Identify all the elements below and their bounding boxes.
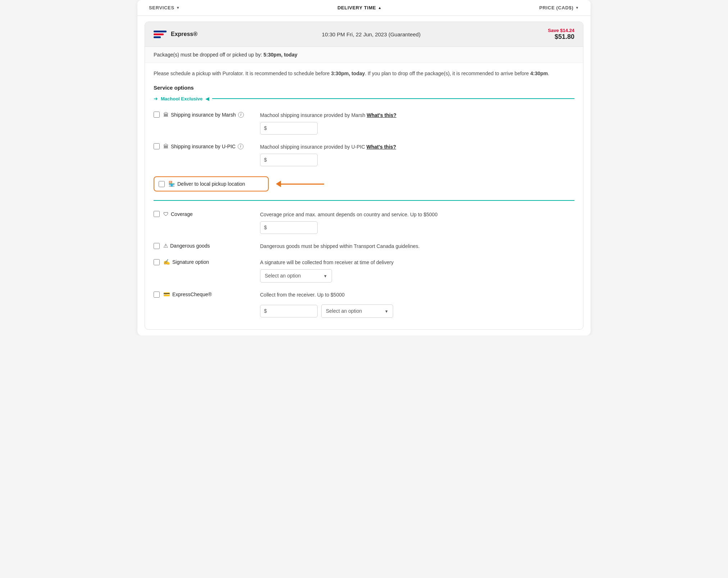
machool-arrow-left: ◀ <box>205 96 209 101</box>
delivery-time-label: DELIVERY TIME <box>337 5 376 10</box>
checkbox-deliver-local[interactable] <box>159 181 165 187</box>
price-sort[interactable]: PRICE (CAD$) ▼ <box>539 5 579 10</box>
expresscheque-label-text: ExpressCheque® <box>172 292 212 297</box>
option-row-signature: ✍ Signature option A signature will be c… <box>154 254 574 287</box>
coverage-label-text: Coverage <box>171 211 193 217</box>
service-options-section: Service options ➜ Machool Exclusive ◀ 🏛 … <box>145 81 583 329</box>
deliver-local-highlighted-row: 🏪 Deliver to local pickup location <box>154 176 269 191</box>
option-row-upic-left: 🏛 Shipping insurance by U-PIC i <box>154 143 254 149</box>
machool-exclusive-label: Machool Exclusive <box>161 96 203 101</box>
expresscheque-select-dropdown[interactable]: Select an option ▼ <box>321 304 393 318</box>
label-coverage[interactable]: 🛡 Coverage <box>163 211 193 217</box>
checkbox-signature[interactable] <box>154 259 160 265</box>
option-row-dangerous: ⚠ Dangerous goods Dangerous goods must b… <box>154 238 574 254</box>
coverage-dollar-input-wrapper: $ <box>260 221 318 234</box>
checkbox-shipping-upic[interactable] <box>154 143 160 149</box>
machool-arrow-right: ➜ <box>154 96 158 101</box>
sort-header: SERVICES ▼ DELIVERY TIME ▲ PRICE (CAD$) … <box>137 0 591 16</box>
option-row-coverage-left: 🛡 Coverage <box>154 211 254 217</box>
logo-area: Express® <box>154 31 226 38</box>
arrow-line <box>281 184 324 185</box>
machool-line <box>212 98 574 99</box>
service-options-title: Service options <box>154 85 574 91</box>
arrow-indicator <box>276 181 324 187</box>
marsh-icon: 🏛 <box>163 112 169 118</box>
logo-stripe-red <box>154 33 164 35</box>
option-row-dangerous-left: ⚠ Dangerous goods <box>154 243 254 249</box>
label-shipping-upic[interactable]: 🏛 Shipping insurance by U-PIC i <box>163 143 244 149</box>
price-label: PRICE (CAD$) <box>539 5 573 10</box>
upic-description: Machool shipping insurance provided by U… <box>260 144 365 150</box>
service-card-header: Express® 10:30 PM Fri, 22 Jun, 2023 (Gua… <box>145 22 583 47</box>
delivery-time: 10:30 PM Fri, 22 Jun, 2023 (Guaranteed) <box>322 31 420 37</box>
coverage-icon: 🛡 <box>163 211 169 217</box>
checkbox-expresscheque[interactable] <box>154 292 160 298</box>
upic-dollar-input-wrapper: $ <box>260 154 318 166</box>
services-sort-arrow: ▼ <box>176 6 180 10</box>
pickup-notice: Package(s) must be dropped off or picked… <box>145 47 583 63</box>
label-expresscheque[interactable]: 💳 ExpressCheque® <box>163 291 212 298</box>
label-deliver-local[interactable]: 🏪 Deliver to local pickup location <box>168 181 245 187</box>
save-text: Save $14.24 <box>517 28 574 33</box>
signature-label-text: Signature option <box>172 259 209 265</box>
upic-whats-this[interactable]: What's this? <box>367 144 396 150</box>
price-sort-arrow: ▼ <box>575 6 579 10</box>
signature-icon: ✍ <box>163 259 170 265</box>
marsh-whats-this[interactable]: What's this? <box>367 112 397 118</box>
option-row-expresscheque-right: Collect from the receiver. Up to $5000 $… <box>260 291 574 318</box>
option-row-upic-right: Machool shipping insurance provided by U… <box>260 143 574 166</box>
upic-icon: 🏛 <box>163 143 169 149</box>
option-row-coverage: 🛡 Coverage Coverage price and max. amoun… <box>154 207 574 238</box>
checkbox-coverage[interactable] <box>154 211 160 217</box>
label-signature[interactable]: ✍ Signature option <box>163 259 209 265</box>
purolator-logo <box>154 31 167 38</box>
marsh-info-icon[interactable]: i <box>238 112 244 118</box>
upic-label-text: Shipping insurance by U-PIC <box>171 144 236 149</box>
info-time-1: 3:30pm, today <box>331 71 365 76</box>
logo-stripe-blue-bottom <box>154 36 161 38</box>
option-row-expresscheque: 💳 ExpressCheque® Collect from the receiv… <box>154 287 574 322</box>
label-dangerous[interactable]: ⚠ Dangerous goods <box>163 243 210 249</box>
upic-dollar-sign: $ <box>264 156 267 164</box>
marsh-dollar-input-wrapper: $ <box>260 122 318 135</box>
price-area: Save $14.24 $51.80 <box>517 28 574 41</box>
signature-select-chevron: ▼ <box>323 273 327 279</box>
checkbox-shipping-marsh[interactable] <box>154 112 160 118</box>
upic-info-icon[interactable]: i <box>238 144 244 149</box>
logo-stripe-blue-top <box>154 31 167 32</box>
info-text-3: . <box>548 71 549 76</box>
machool-exclusive-band: ➜ Machool Exclusive ◀ <box>154 96 574 101</box>
option-row-marsh-left: 🏛 Shipping insurance by Marsh i <box>154 112 254 118</box>
expresscheque-inputs-row: $ Select an option ▼ <box>260 302 574 318</box>
expresscheque-dollar-input[interactable] <box>268 308 314 314</box>
option-row-dangerous-right: Dangerous goods must be shipped within T… <box>260 243 574 250</box>
marsh-dollar-input[interactable] <box>268 126 314 131</box>
label-shipping-marsh[interactable]: 🏛 Shipping insurance by Marsh i <box>163 112 244 118</box>
checkbox-dangerous[interactable] <box>154 243 160 249</box>
signature-description: A signature will be collected from recei… <box>260 259 393 265</box>
coverage-dollar-sign: $ <box>264 224 267 231</box>
services-sort[interactable]: SERVICES ▼ <box>149 5 180 10</box>
services-label: SERVICES <box>149 5 174 10</box>
signature-select-placeholder: Select an option <box>265 272 301 280</box>
dangerous-label-text: Dangerous goods <box>170 243 210 249</box>
arrow-head <box>276 181 281 187</box>
upic-dollar-input[interactable] <box>268 157 314 163</box>
price-main: $51.80 <box>517 33 574 41</box>
option-row-coverage-right: Coverage price and max. amount depends o… <box>260 211 574 234</box>
option-row-marsh: 🏛 Shipping insurance by Marsh i Machool … <box>154 107 574 139</box>
option-row-upic: 🏛 Shipping insurance by U-PIC i Machool … <box>154 139 574 171</box>
pickup-notice-text: Package(s) must be dropped off or picked… <box>154 52 262 58</box>
signature-select-dropdown[interactable]: Select an option ▼ <box>260 269 332 283</box>
option-row-signature-left: ✍ Signature option <box>154 259 254 265</box>
service-name: Express® <box>171 31 197 37</box>
marsh-description: Machool shipping insurance provided by M… <box>260 112 365 118</box>
delivery-time-sort[interactable]: DELIVERY TIME ▲ <box>337 5 382 10</box>
option-row-marsh-right: Machool shipping insurance provided by M… <box>260 112 574 135</box>
expresscheque-dollar-input-wrapper: $ <box>260 305 318 317</box>
teal-divider <box>154 200 574 201</box>
dangerous-icon: ⚠ <box>163 243 168 249</box>
marsh-dollar-sign: $ <box>264 125 267 132</box>
coverage-dollar-input[interactable] <box>268 225 314 231</box>
info-text-1: Please schedule a pickup with Purolator.… <box>154 71 331 76</box>
